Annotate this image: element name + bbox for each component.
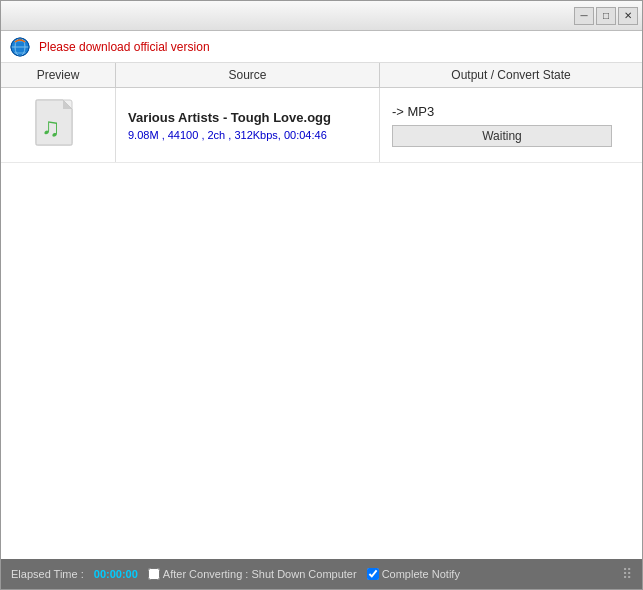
after-converting-checkbox[interactable] xyxy=(148,568,160,580)
music-file-icon: ♫ xyxy=(33,98,83,153)
cell-output: -> MP3 Waiting xyxy=(380,88,642,162)
cell-source: Various Artists - Tough Love.ogg 9.08M ,… xyxy=(116,88,380,162)
status-bar: Elapsed Time : 00:00:00 After Converting… xyxy=(1,559,642,589)
globe-icon xyxy=(9,36,31,58)
complete-notify-label: Complete Notify xyxy=(382,568,460,580)
title-bar-buttons: ─ □ ✕ xyxy=(574,7,638,25)
header-output: Output / Convert State xyxy=(380,63,642,87)
complete-notify-checkbox-item: Complete Notify xyxy=(367,568,460,580)
warning-bar: Please download official version xyxy=(1,31,642,63)
table-header: Preview Source Output / Convert State xyxy=(1,63,642,88)
file-table: Preview Source Output / Convert State ♫ xyxy=(1,63,642,559)
after-converting-label: After Converting : Shut Down Computer xyxy=(163,568,357,580)
close-button[interactable]: ✕ xyxy=(618,7,638,25)
cell-preview: ♫ xyxy=(1,88,116,162)
header-preview: Preview xyxy=(1,63,116,87)
source-details: 9.08M , 44100 , 2ch , 312Kbps, 00:04:46 xyxy=(128,129,367,141)
complete-notify-checkbox[interactable] xyxy=(367,568,379,580)
main-window: ─ □ ✕ Please download official version P… xyxy=(0,0,643,590)
maximize-button[interactable]: □ xyxy=(596,7,616,25)
elapsed-label: Elapsed Time : xyxy=(11,568,84,580)
minimize-button[interactable]: ─ xyxy=(574,7,594,25)
source-filename: Various Artists - Tough Love.ogg xyxy=(128,110,367,125)
title-bar: ─ □ ✕ xyxy=(1,1,642,31)
svg-text:♫: ♫ xyxy=(41,112,61,142)
after-converting-checkbox-item: After Converting : Shut Down Computer xyxy=(148,568,357,580)
elapsed-time: 00:00:00 xyxy=(94,568,138,580)
output-format: -> MP3 xyxy=(392,104,434,119)
table-row: ♫ Various Artists - Tough Love.ogg 9.08M… xyxy=(1,88,642,163)
table-body: ♫ Various Artists - Tough Love.ogg 9.08M… xyxy=(1,88,642,559)
header-source: Source xyxy=(116,63,380,87)
more-options-icon[interactable]: ⠿ xyxy=(622,566,632,582)
waiting-status: Waiting xyxy=(392,125,612,147)
warning-text: Please download official version xyxy=(39,40,210,54)
